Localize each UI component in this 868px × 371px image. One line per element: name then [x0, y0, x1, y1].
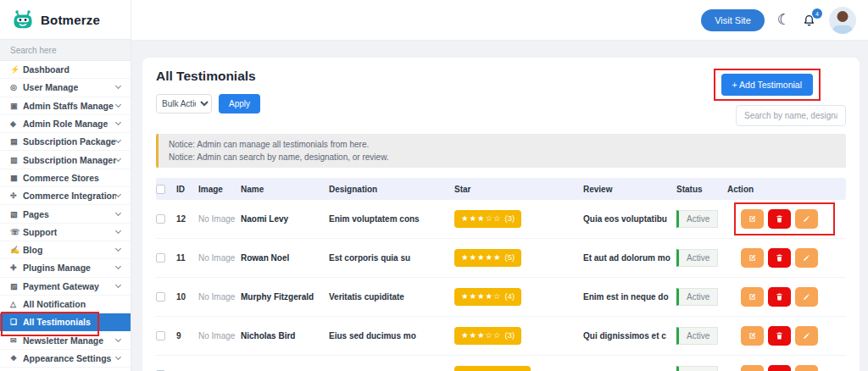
cell-designation: Veritatis cupiditate: [329, 292, 454, 302]
delete-button[interactable]: [768, 287, 791, 307]
row-checkbox[interactable]: [156, 292, 165, 302]
cell-image: No Image: [198, 292, 241, 302]
sidebar-item-label: Commerce Stores: [23, 173, 99, 183]
pencil-button[interactable]: [795, 248, 818, 268]
edit-button[interactable]: [741, 326, 764, 346]
sidebar-item-label: Dashboard: [23, 64, 70, 75]
sidebar-item-subscription-management[interactable]: ▥ Subscription Management: [0, 151, 131, 169]
main-content: All Testimonials Bulk Action Apply + Add…: [131, 41, 868, 371]
edit-square-icon: [748, 214, 757, 224]
payment-icon: ▨: [10, 282, 23, 291]
chevron-down-icon: [115, 102, 121, 108]
table-body: 12 No Image Naomi Levy Enim voluptatem c…: [156, 200, 846, 371]
action-buttons: [734, 319, 835, 352]
sidebar-item-label: Admin Role Manage: [23, 119, 108, 129]
sidebar-item-appearance-settings[interactable]: ❖ Appearance Settings: [0, 350, 131, 368]
sidebar-item-label: Pages: [23, 209, 49, 219]
table-row: 9 No Image Nicholas Bird Eius sed ducimu…: [156, 317, 846, 356]
apply-button[interactable]: Apply: [219, 94, 260, 114]
support-icon: ☏: [10, 228, 23, 236]
pencil-button[interactable]: [795, 209, 818, 229]
column-header-star: Star: [454, 185, 583, 194]
sidebar-item-commerce-integration[interactable]: ✣ Commerce Integration: [0, 187, 131, 205]
sidebar-item-all-notification[interactable]: △ All Notification: [0, 296, 131, 313]
select-all-checkbox[interactable]: [156, 185, 165, 194]
pencil-button[interactable]: [795, 326, 818, 346]
trash-icon: [775, 214, 784, 224]
edit-square-icon: [748, 253, 757, 263]
pencil-button[interactable]: [795, 287, 818, 307]
dark-mode-moon-icon[interactable]: ☾: [777, 13, 790, 27]
column-header-image: Image: [198, 185, 241, 194]
stores-icon: ▦: [10, 174, 23, 182]
role-icon: ◈: [10, 119, 23, 128]
delete-button[interactable]: [768, 365, 791, 371]
cell-id: 12: [176, 214, 198, 224]
sidebar-search-input[interactable]: [0, 39, 131, 61]
sidebar-item-dashboard[interactable]: ⚡ Dashboard: [0, 61, 131, 79]
action-buttons: [734, 280, 835, 313]
column-header-id: ID: [176, 185, 198, 194]
add-testimonial-button[interactable]: + Add Testimonial: [721, 74, 813, 96]
chevron-down-icon: [115, 263, 121, 269]
sidebar-item-user-manage[interactable]: ◎ User Manage: [0, 79, 131, 97]
status-badge: Active: [676, 210, 718, 228]
status-badge: Active: [676, 327, 718, 345]
sidebar-item-label: Admin Staffs Manage: [23, 101, 114, 111]
topbar: Visit Site ☾ 4: [131, 0, 868, 41]
row-checkbox[interactable]: [156, 253, 165, 263]
table-search-input[interactable]: [736, 105, 846, 126]
sidebar-item-payment-gateway[interactable]: ▨ Payment Gateway: [0, 278, 131, 296]
notice-box: Notice: Admin can manage all testimonial…: [156, 134, 846, 168]
cell-id: 9: [176, 331, 198, 341]
cell-designation: Enim voluptatem cons: [329, 214, 454, 224]
robot-logo-icon: [11, 9, 35, 30]
row-checkbox[interactable]: [156, 214, 165, 224]
chevron-down-icon: [115, 228, 121, 234]
sidebar-item-admin-role-manage[interactable]: ◈ Admin Role Manage: [0, 115, 131, 133]
edit-button[interactable]: [741, 287, 764, 307]
sidebar-item-admin-staffs-manage[interactable]: ▣ Admin Staffs Manage: [0, 97, 131, 115]
pencil-button[interactable]: [795, 365, 818, 371]
sidebar-item-pages[interactable]: ▧ Pages: [0, 205, 131, 223]
delete-button[interactable]: [768, 326, 791, 346]
notice-line: Notice: Admin can manage all testimonial…: [169, 138, 836, 151]
bulk-action-select[interactable]: Bulk Action: [156, 94, 212, 114]
delete-button[interactable]: [768, 209, 791, 229]
sidebar-item-plugins-manage[interactable]: ✚ Plugins Manage: [0, 259, 131, 277]
table-row: 12 No Image Naomi Levy Enim voluptatem c…: [156, 200, 846, 239]
sidebar-item-label: User Manage: [23, 82, 78, 92]
testimonials-card: All Testimonials Bulk Action Apply + Add…: [142, 58, 860, 371]
sidebar-item-newsletter-manage[interactable]: ✉ Newsletter Manage: [0, 331, 131, 349]
edit-button[interactable]: [741, 365, 764, 371]
chevron-down-icon: [115, 246, 121, 252]
chevron-down-icon: [115, 336, 121, 342]
sidebar-item-commerce-stores[interactable]: ▦ Commerce Stores: [0, 169, 131, 187]
user-avatar[interactable]: [829, 7, 856, 34]
sidebar-item-label: Subscription Packages: [23, 136, 116, 147]
star-count: (3): [505, 213, 515, 224]
cell-id: 10: [176, 292, 198, 302]
chevron-down-icon: [115, 83, 121, 89]
sidebar-item-label: Commerce Integration: [23, 191, 116, 201]
star-icons: ★★★☆☆: [461, 213, 502, 224]
delete-button[interactable]: [768, 248, 791, 268]
sidebar-item-label: All Notification: [23, 299, 86, 309]
sidebar-item-blog[interactable]: ✍ Blog: [0, 241, 131, 259]
sidebar-item-label: Payment Gateway: [23, 281, 99, 291]
edit-button[interactable]: [741, 209, 764, 229]
appearance-icon: ❖: [10, 354, 23, 363]
cell-image: No Image: [198, 214, 241, 224]
edit-button[interactable]: [741, 248, 764, 268]
row-checkbox[interactable]: [156, 331, 165, 341]
sidebar-item-all-testimonials[interactable]: ❏ All Testimonials: [0, 313, 131, 331]
chevron-down-icon: [115, 119, 121, 125]
sidebar-item-support[interactable]: ☏ Support: [0, 224, 131, 241]
sidebar-item-label: Blog: [23, 245, 42, 255]
notifications-bell[interactable]: 4: [803, 13, 816, 27]
star-count: (4): [505, 291, 515, 302]
sidebar-item-label: Newsletter Manage: [23, 335, 103, 346]
column-header-designation: Designation: [329, 185, 454, 194]
visit-site-button[interactable]: Visit Site: [701, 9, 765, 31]
sidebar-item-subscription-packages[interactable]: ▤ Subscription Packages: [0, 133, 131, 151]
